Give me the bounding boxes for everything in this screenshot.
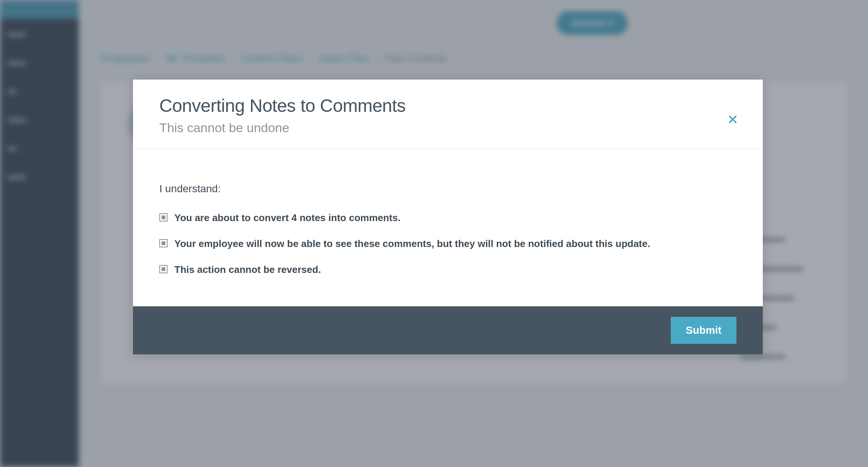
checklist: You are about to convert 4 notes into co… [159, 211, 736, 276]
modal-header: Converting Notes to Comments This cannot… [133, 80, 763, 149]
modal-title: Converting Notes to Comments [159, 95, 736, 116]
close-icon [727, 114, 738, 125]
checklist-item: Your employee will now be able to see th… [159, 237, 736, 250]
checkbox-indicator-icon [162, 241, 165, 245]
checkbox-indicator-icon [162, 267, 165, 271]
checklist-item: You are about to convert 4 notes into co… [159, 211, 736, 224]
checklist-text: You are about to convert 4 notes into co… [174, 211, 401, 224]
checklist-item: This action cannot be reversed. [159, 263, 736, 276]
modal-footer: Submit [133, 306, 763, 354]
checkbox-visibility[interactable] [159, 239, 168, 247]
checklist-text: Your employee will now be able to see th… [174, 237, 650, 250]
modal-body: I understand: You are about to convert 4… [133, 149, 763, 306]
checkbox-indicator-icon [162, 215, 165, 219]
close-button[interactable] [725, 112, 740, 127]
checklist-text: This action cannot be reversed. [174, 263, 321, 276]
modal-subtitle: This cannot be undone [159, 121, 736, 135]
checkbox-convert-count[interactable] [159, 213, 168, 221]
submit-button[interactable]: Submit [671, 317, 736, 344]
convert-notes-modal: Converting Notes to Comments This cannot… [133, 80, 763, 354]
checkbox-irreversible[interactable] [159, 265, 168, 273]
intro-text: I understand: [159, 183, 736, 195]
